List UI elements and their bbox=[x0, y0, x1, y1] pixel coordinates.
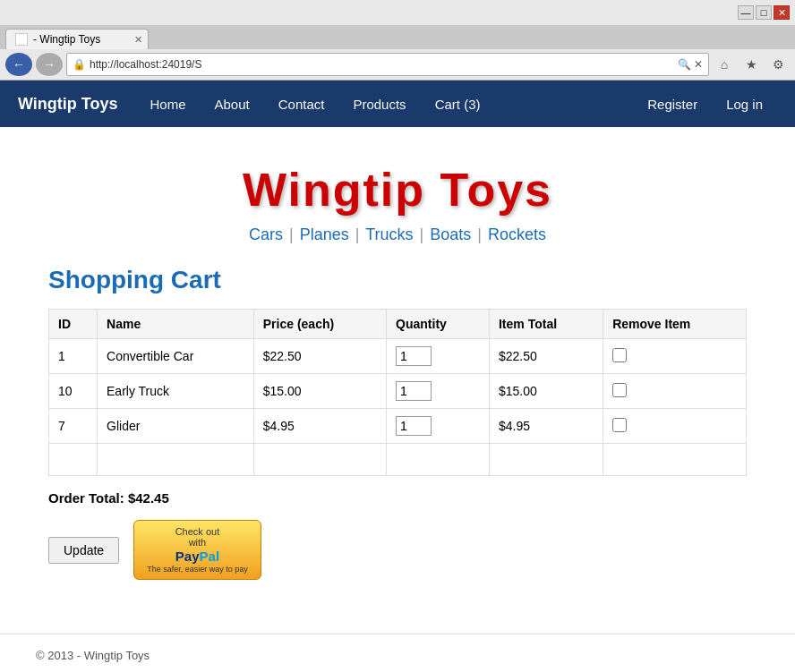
nav-about[interactable]: About bbox=[201, 81, 264, 127]
cart-table: ID Name Price (each) Quantity Item Total… bbox=[48, 309, 747, 476]
category-boats[interactable]: Boats bbox=[430, 225, 471, 243]
qty-input[interactable] bbox=[396, 346, 432, 366]
category-rockets[interactable]: Rockets bbox=[488, 225, 546, 243]
action-buttons: Update Check outwith PayPal The safer, e… bbox=[48, 520, 747, 580]
remove-checkbox[interactable] bbox=[612, 348, 627, 362]
cell-id: 7 bbox=[49, 409, 98, 444]
maximize-button[interactable]: □ bbox=[756, 5, 772, 20]
nav-contact[interactable]: Contact bbox=[264, 81, 339, 127]
col-header-total: Item Total bbox=[489, 310, 603, 339]
browser-chrome: — □ ✕ - Wingtip Toys ✕ ← → 🔒 http://loca… bbox=[0, 0, 795, 81]
table-row: 1 Convertible Car $22.50 $22.50 bbox=[49, 339, 747, 374]
cell-remove[interactable] bbox=[603, 374, 747, 409]
remove-checkbox[interactable] bbox=[612, 383, 627, 397]
cell-total: $22.50 bbox=[489, 339, 603, 374]
home-icon[interactable]: ⌂ bbox=[713, 53, 736, 76]
cell-qty[interactable] bbox=[387, 339, 490, 374]
address-bar-icon: 🔒 bbox=[73, 58, 86, 71]
separator-4: | bbox=[477, 225, 482, 243]
browser-titlebar: — □ ✕ bbox=[0, 0, 795, 25]
cell-qty[interactable] bbox=[387, 374, 490, 409]
address-text: http://localhost:24019/S bbox=[90, 58, 674, 71]
forward-button[interactable]: → bbox=[36, 53, 63, 76]
update-button[interactable]: Update bbox=[48, 537, 119, 564]
navbar-right: Register Log in bbox=[633, 81, 777, 127]
paypal-top-text: Check outwith bbox=[175, 526, 220, 548]
category-planes[interactable]: Planes bbox=[300, 225, 349, 243]
tab-close-button[interactable]: ✕ bbox=[134, 34, 142, 46]
qty-input[interactable] bbox=[396, 416, 432, 436]
toolbar-icons: ⌂ ★ ⚙ bbox=[713, 53, 790, 76]
navbar-brand[interactable]: Wingtip Toys bbox=[18, 95, 118, 114]
cell-id: 10 bbox=[49, 374, 98, 409]
cell-total: $15.00 bbox=[489, 374, 603, 409]
tab-title: - Wingtip Toys bbox=[33, 33, 100, 46]
footer: © 2013 - Wingtip Toys bbox=[0, 634, 795, 672]
browser-toolbar: ← → 🔒 http://localhost:24019/S 🔍 ✕ ⌂ ★ ⚙ bbox=[0, 49, 795, 80]
paypal-subtext: The safer, easier way to pay bbox=[147, 565, 248, 574]
separator-2: | bbox=[355, 225, 360, 243]
main-content: Wingtip Toys Cars | Planes | Trucks | Bo… bbox=[13, 127, 782, 616]
cell-name: Glider bbox=[98, 409, 254, 444]
remove-checkbox[interactable] bbox=[612, 418, 627, 432]
page-title: Shopping Cart bbox=[48, 266, 747, 294]
navbar-links: Home About Contact Products Cart (3) bbox=[136, 81, 634, 127]
paypal-logo: PayPal bbox=[175, 549, 219, 564]
cell-id: 1 bbox=[49, 339, 98, 374]
browser-tabs: - Wingtip Toys ✕ bbox=[0, 25, 795, 49]
separator-3: | bbox=[420, 225, 424, 243]
footer-text: © 2013 - Wingtip Toys bbox=[36, 649, 150, 662]
table-row: 10 Early Truck $15.00 $15.00 bbox=[49, 374, 747, 409]
back-button[interactable]: ← bbox=[5, 53, 32, 76]
window-controls: — □ ✕ bbox=[738, 5, 790, 20]
browser-tab-active[interactable]: - Wingtip Toys ✕ bbox=[5, 29, 149, 49]
col-header-qty: Quantity bbox=[387, 310, 490, 339]
col-header-price: Price (each) bbox=[253, 310, 386, 339]
settings-icon[interactable]: ⚙ bbox=[766, 53, 790, 76]
qty-input[interactable] bbox=[396, 381, 432, 401]
col-header-name: Name bbox=[98, 310, 254, 339]
cell-price: $4.95 bbox=[253, 409, 386, 444]
minimize-button[interactable]: — bbox=[738, 5, 754, 20]
address-bar[interactable]: 🔒 http://localhost:24019/S 🔍 ✕ bbox=[66, 53, 709, 76]
category-trucks[interactable]: Trucks bbox=[365, 225, 413, 243]
separator-1: | bbox=[289, 225, 294, 243]
cell-name: Convertible Car bbox=[98, 339, 254, 374]
address-actions: 🔍 ✕ bbox=[678, 58, 703, 71]
close-button[interactable]: ✕ bbox=[774, 5, 790, 20]
cell-total: $4.95 bbox=[489, 409, 603, 444]
navbar: Wingtip Toys Home About Contact Products… bbox=[0, 81, 795, 127]
favorites-icon[interactable]: ★ bbox=[739, 53, 763, 76]
cell-remove[interactable] bbox=[603, 409, 747, 444]
table-empty-row bbox=[49, 444, 747, 476]
nav-login[interactable]: Log in bbox=[712, 81, 777, 127]
col-header-remove: Remove Item bbox=[603, 310, 747, 339]
nav-home[interactable]: Home bbox=[136, 81, 201, 127]
nav-cart[interactable]: Cart (3) bbox=[421, 81, 495, 127]
order-total: Order Total: $42.45 bbox=[48, 490, 747, 506]
col-header-id: ID bbox=[49, 310, 98, 339]
nav-products[interactable]: Products bbox=[338, 81, 420, 127]
cell-price: $15.00 bbox=[253, 374, 386, 409]
nav-register[interactable]: Register bbox=[633, 81, 712, 127]
category-cars[interactable]: Cars bbox=[249, 225, 283, 243]
cell-qty[interactable] bbox=[387, 409, 490, 444]
cell-name: Early Truck bbox=[98, 374, 254, 409]
site-title: Wingtip Toys bbox=[48, 163, 747, 217]
table-row: 7 Glider $4.95 $4.95 bbox=[49, 409, 747, 444]
cell-remove[interactable] bbox=[603, 339, 747, 374]
tab-favicon bbox=[15, 33, 28, 46]
category-nav: Cars | Planes | Trucks | Boats | Rockets bbox=[48, 225, 747, 244]
paypal-button[interactable]: Check outwith PayPal The safer, easier w… bbox=[133, 520, 261, 580]
cell-price: $22.50 bbox=[253, 339, 386, 374]
